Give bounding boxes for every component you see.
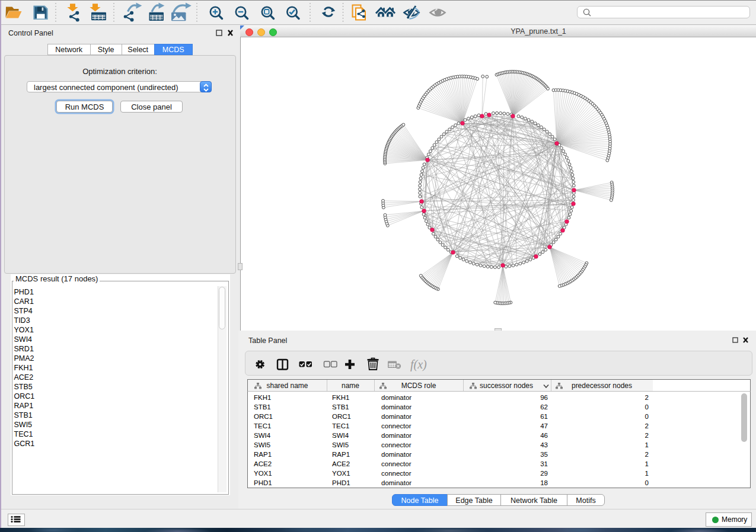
svg-text:f(x): f(x) xyxy=(410,358,427,371)
